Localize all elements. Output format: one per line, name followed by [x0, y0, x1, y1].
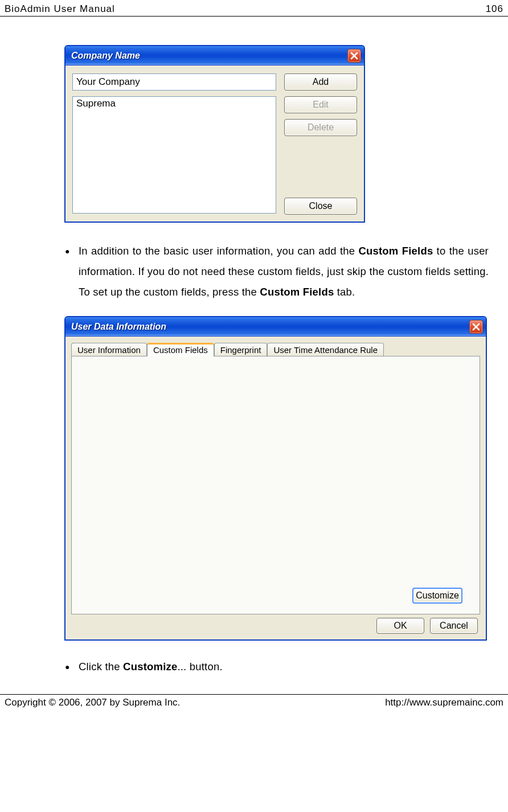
- body-text: Click the Customize... button.: [63, 657, 489, 677]
- tab-user-time-attendance-rule[interactable]: User Time Attendance Rule: [267, 343, 384, 356]
- text-run: Click the: [79, 661, 123, 672]
- tab-panel-custom-fields: Customize: [71, 356, 480, 614]
- company-listbox[interactable]: Suprema: [72, 96, 276, 214]
- page-number: 106: [486, 3, 503, 15]
- list-item[interactable]: Suprema: [76, 98, 272, 109]
- page-header: BioAdmin User Manual 106: [0, 0, 508, 17]
- tab-custom-fields[interactable]: Custom Fields: [147, 343, 214, 356]
- customize-button[interactable]: Customize: [412, 588, 462, 604]
- copyright-text: Copyright © 2006, 2007 by Suprema Inc.: [5, 697, 180, 708]
- page-footer: Copyright © 2006, 2007 by Suprema Inc. h…: [0, 695, 508, 714]
- text-run: tab.: [334, 286, 355, 298]
- text-bold: Customize: [123, 661, 177, 672]
- text-run: ... button.: [177, 661, 222, 672]
- text-bold: Custom Fields: [358, 245, 433, 257]
- company-input[interactable]: [72, 73, 276, 91]
- dialog-titlebar[interactable]: User Data Information: [65, 317, 486, 337]
- ok-button[interactable]: OK: [376, 618, 424, 634]
- close-icon[interactable]: [347, 49, 361, 63]
- tab-bar: User Information Custom Fields Fingerpri…: [71, 342, 480, 356]
- add-button[interactable]: Add: [284, 73, 357, 91]
- close-icon[interactable]: [469, 320, 483, 334]
- delete-button[interactable]: Delete: [284, 119, 357, 136]
- tab-user-information[interactable]: User Information: [71, 343, 147, 356]
- manual-title: BioAdmin User Manual: [5, 3, 115, 15]
- tab-fingerprint[interactable]: Fingerprint: [214, 343, 268, 356]
- footer-url: http://www.supremainc.com: [385, 697, 503, 708]
- text-run: In addition to the basic user informatio…: [79, 245, 358, 257]
- user-data-info-dialog: User Data Information User Information C…: [64, 316, 487, 641]
- dialog-titlebar[interactable]: Company Name: [65, 46, 364, 65]
- bullet-paragraph: Click the Customize... button.: [63, 657, 489, 677]
- company-name-dialog: Company Name Suprema Add Edit Delete Clo…: [64, 45, 365, 223]
- bullet-paragraph: In addition to the basic user informatio…: [63, 241, 489, 302]
- dialog-title: User Data Information: [71, 322, 166, 332]
- dialog-title: Company Name: [71, 51, 140, 61]
- edit-button[interactable]: Edit: [284, 96, 357, 113]
- close-button[interactable]: Close: [284, 198, 357, 215]
- text-bold: Custom Fields: [260, 286, 334, 298]
- cancel-button[interactable]: Cancel: [430, 618, 478, 634]
- body-text: In addition to the basic user informatio…: [63, 241, 489, 302]
